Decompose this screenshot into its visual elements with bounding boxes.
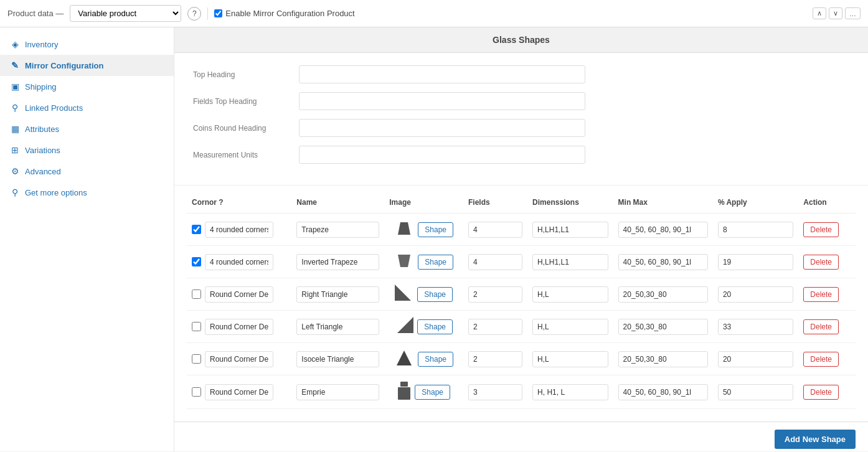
row-checkbox-2[interactable] — [192, 290, 201, 299]
corner-cell — [187, 375, 291, 409]
delete-button-2[interactable]: Delete — [803, 287, 839, 302]
pct-apply-input-5[interactable] — [718, 384, 793, 400]
shape-button-1[interactable]: Shape — [418, 255, 453, 270]
name-input-5[interactable] — [296, 384, 379, 400]
shape-button-3[interactable]: Shape — [417, 319, 453, 334]
measurement-units-label: Measurement Units — [193, 151, 293, 159]
measurement-units-input[interactable]: mm — [299, 146, 585, 164]
sidebar-item-variations[interactable]: ⊞ Variations — [0, 139, 174, 161]
delete-button-0[interactable]: Delete — [803, 222, 839, 237]
minmax-input-0[interactable] — [618, 222, 708, 238]
delete-button-1[interactable]: Delete — [803, 255, 839, 270]
minmax-input-5[interactable] — [618, 384, 708, 400]
fields-input-5[interactable] — [468, 384, 522, 400]
row-checkbox-1[interactable] — [192, 257, 201, 266]
dimensions-input-5[interactable] — [532, 384, 608, 400]
top-heading-input[interactable]: Select the glass shape — [299, 65, 585, 83]
corner-input-1[interactable] — [205, 254, 273, 270]
pct-apply-input-0[interactable] — [718, 222, 793, 238]
delete-button-4[interactable]: Delete — [803, 352, 839, 367]
attributes-icon: ▦ — [10, 124, 20, 134]
fields-input-4[interactable] — [468, 351, 522, 367]
dimensions-cell — [527, 375, 613, 409]
shape-button-5[interactable]: Shape — [415, 385, 450, 400]
link-icon: ⚲ — [10, 103, 20, 113]
dimensions-input-4[interactable] — [532, 351, 608, 367]
fields-input-3[interactable] — [468, 319, 522, 335]
inventory-icon: ◈ — [10, 39, 20, 49]
corner-cell — [187, 311, 291, 343]
shipping-icon: ▣ — [10, 82, 20, 92]
col-header-pct-apply: % Apply — [713, 192, 798, 214]
arrow-down-button[interactable]: ∨ — [829, 7, 842, 19]
corner-input-5[interactable] — [205, 384, 273, 400]
fields-cell — [463, 343, 527, 375]
name-input-0[interactable] — [296, 222, 379, 238]
name-input-1[interactable] — [296, 254, 379, 270]
arrow-up-button[interactable]: ∧ — [813, 7, 826, 19]
corner-input-4[interactable] — [205, 351, 273, 367]
minmax-input-4[interactable] — [618, 351, 708, 367]
dimensions-input-0[interactable] — [532, 222, 608, 238]
pct-apply-cell — [713, 214, 798, 246]
corner-input-0[interactable] — [205, 222, 273, 238]
col-header-name: Name — [291, 192, 384, 214]
sidebar-item-attributes[interactable]: ▦ Attributes — [0, 118, 174, 139]
arrow-more-button[interactable]: … — [845, 7, 861, 19]
action-cell: Delete — [798, 246, 856, 278]
shape-preview-5 — [397, 382, 411, 402]
image-cell: Shape — [384, 375, 463, 409]
sidebar-item-linked-products[interactable]: ⚲ Linked Products — [0, 97, 174, 118]
coins-round-heading-input[interactable]: Choose your options — [299, 119, 585, 137]
name-cell — [291, 343, 384, 375]
sidebar-item-inventory[interactable]: ◈ Inventory — [0, 34, 174, 55]
col-header-action: Action — [798, 192, 856, 214]
sidebar-item-advanced[interactable]: ⚙ Advanced — [0, 161, 174, 182]
corner-input-2[interactable] — [205, 286, 273, 303]
name-input-2[interactable] — [296, 286, 379, 303]
pct-apply-input-1[interactable] — [718, 254, 793, 270]
corner-cell — [187, 246, 291, 278]
row-checkbox-0[interactable] — [192, 225, 201, 234]
add-new-shape-button[interactable]: Add New Shape — [775, 430, 856, 449]
shape-button-0[interactable]: Shape — [418, 222, 453, 237]
shape-button-4[interactable]: Shape — [418, 352, 453, 367]
enable-mirror-checkbox[interactable] — [214, 9, 222, 17]
delete-button-3[interactable]: Delete — [803, 319, 839, 334]
fields-input-0[interactable] — [468, 222, 522, 238]
product-type-select[interactable]: Variable product Simple product Grouped … — [70, 5, 181, 22]
sidebar-item-shipping[interactable]: ▣ Shipping — [0, 76, 174, 97]
svg-marker-1 — [398, 255, 410, 267]
minmax-cell — [613, 375, 713, 409]
action-cell: Delete — [798, 278, 856, 311]
row-checkbox-3[interactable] — [192, 322, 201, 331]
fields-top-heading-input[interactable]: Enter your dimensions — [299, 92, 585, 110]
fields-input-1[interactable] — [468, 254, 522, 270]
delete-button-5[interactable]: Delete — [803, 385, 839, 400]
sidebar-item-mirror-configuration[interactable]: ✎ Mirror Configuration — [0, 55, 174, 76]
row-checkbox-4[interactable] — [192, 354, 201, 364]
corner-input-3[interactable] — [205, 319, 273, 335]
minmax-input-3[interactable] — [618, 319, 708, 335]
enable-mirror-label[interactable]: Enable Mirror Configuration Product — [214, 9, 354, 18]
minmax-input-2[interactable] — [618, 286, 708, 303]
section-title: Glass Shapes — [174, 27, 868, 53]
name-input-3[interactable] — [296, 319, 379, 335]
pct-apply-input-2[interactable] — [718, 286, 793, 303]
pct-apply-input-3[interactable] — [718, 319, 793, 335]
pct-apply-input-4[interactable] — [718, 351, 793, 367]
fields-cell — [463, 214, 527, 246]
help-button[interactable]: ? — [187, 7, 201, 21]
row-checkbox-5[interactable] — [192, 387, 201, 397]
top-heading-row: Top Heading Select the glass shape — [193, 65, 849, 83]
sidebar-item-get-more-options[interactable]: ⚲ Get more options — [0, 182, 174, 203]
fields-input-2[interactable] — [468, 286, 522, 303]
dimensions-input-2[interactable] — [532, 286, 608, 303]
minmax-input-1[interactable] — [618, 254, 708, 270]
dimensions-input-3[interactable] — [532, 319, 608, 335]
mirror-icon: ✎ — [10, 60, 20, 70]
dimensions-input-1[interactable] — [532, 254, 608, 270]
shape-button-2[interactable]: Shape — [417, 287, 453, 302]
name-input-4[interactable] — [296, 351, 379, 367]
variations-icon: ⊞ — [10, 145, 20, 155]
